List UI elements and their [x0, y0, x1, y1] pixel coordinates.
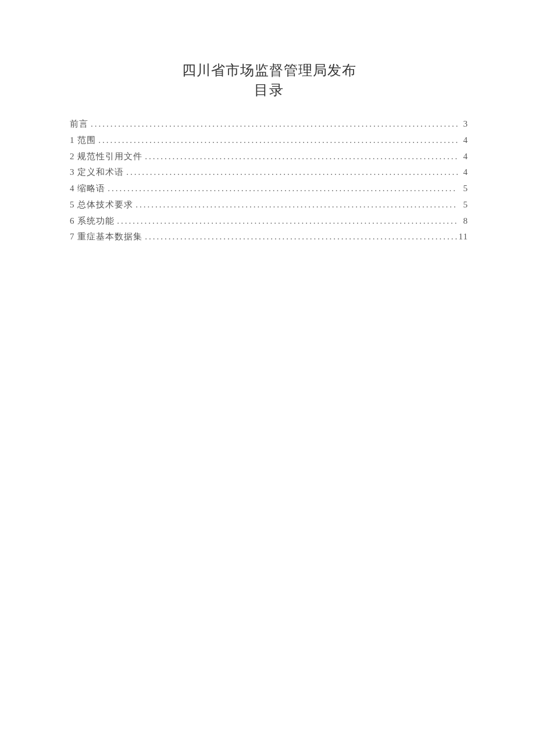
- toc-leader-dots: [133, 197, 458, 213]
- toc-entry: 6 系统功能 8: [70, 213, 468, 230]
- table-of-contents: 前言 3 1 范围 4 2 规范性引用文件 4 3 定义和术语 4 4 缩略语 …: [70, 116, 468, 245]
- publisher-line: 四川省市场监督管理局发布: [70, 61, 468, 81]
- toc-entry: 2 规范性引用文件 4: [70, 149, 468, 165]
- toc-entry: 前言 3: [70, 116, 468, 132]
- toc-leader-dots: [142, 149, 458, 165]
- toc-entry: 1 范围 4: [70, 132, 468, 149]
- toc-entry-page: 4: [458, 164, 468, 181]
- toc-entry-page: 5: [458, 197, 468, 213]
- document-header: 四川省市场监督管理局发布 目录: [70, 61, 468, 100]
- toc-entry-label: 3 定义和术语: [70, 164, 124, 181]
- toc-entry-page: 5: [458, 181, 468, 197]
- toc-entry-page: 4: [458, 149, 468, 165]
- toc-entry-page: 11: [458, 229, 468, 245]
- toc-entry-page: 3: [458, 116, 468, 132]
- toc-leader-dots: [124, 164, 458, 181]
- toc-entry-label: 5 总体技术要求: [70, 197, 133, 213]
- toc-entry: 4 缩略语 5: [70, 181, 468, 197]
- toc-title: 目录: [70, 81, 468, 101]
- toc-entry-label: 6 系统功能: [70, 213, 115, 230]
- toc-entry: 7 重症基本数据集 11: [70, 229, 468, 245]
- toc-leader-dots: [88, 116, 458, 132]
- toc-entry-label: 前言: [70, 116, 88, 132]
- toc-leader-dots: [142, 229, 458, 245]
- toc-leader-dots: [105, 181, 458, 197]
- toc-leader-dots: [115, 213, 458, 230]
- toc-entry-page: 8: [458, 213, 468, 230]
- toc-entry-label: 2 规范性引用文件: [70, 149, 142, 165]
- toc-entry: 5 总体技术要求 5: [70, 197, 468, 213]
- toc-entry: 3 定义和术语 4: [70, 164, 468, 181]
- toc-entry-label: 4 缩略语: [70, 181, 105, 197]
- toc-entry-label: 7 重症基本数据集: [70, 229, 142, 245]
- toc-leader-dots: [96, 132, 458, 149]
- toc-entry-page: 4: [458, 132, 468, 149]
- toc-entry-label: 1 范围: [70, 132, 96, 149]
